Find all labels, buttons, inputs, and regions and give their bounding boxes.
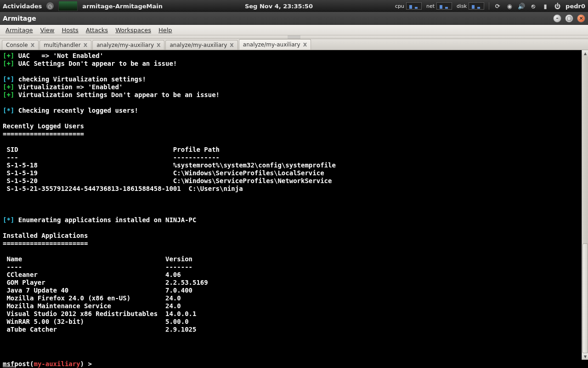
tab-close-icon[interactable]: X: [303, 42, 307, 48]
tab-label: analyze/my-auxiliary: [96, 42, 154, 48]
prompt-post-open: post(: [14, 360, 34, 368]
tab-auxiliary-3[interactable]: analyze/my-auxiliary X: [239, 39, 311, 50]
menu-help[interactable]: Help: [155, 26, 176, 34]
window-titlebar[interactable]: Armitage – ▢ ×: [0, 12, 588, 25]
scrollbar[interactable]: ▲ ▼: [582, 50, 588, 360]
menu-hosts[interactable]: Hosts: [58, 26, 82, 34]
tab-auxiliary-2[interactable]: analyze/my-auxiliary X: [165, 40, 237, 50]
tab-label: multi/handler: [44, 42, 81, 48]
cpu-meter[interactable]: cpu: [395, 2, 422, 10]
task-title[interactable]: armitage-ArmitageMain: [82, 3, 163, 10]
menu-view[interactable]: View: [37, 26, 58, 34]
console-output[interactable]: [+] UAC => 'Not Enabled'[+] UAC Settings…: [0, 50, 588, 360]
split-sash[interactable]: [0, 35, 588, 39]
prompt-msf: msf: [3, 360, 14, 368]
console-prompt[interactable]: msf post(my-auxiliary) >: [0, 360, 582, 368]
tab-label: Console: [6, 42, 28, 48]
task-thumbnail[interactable]: [58, 1, 78, 11]
net-meter[interactable]: net: [426, 2, 452, 10]
tab-console[interactable]: Console X: [2, 40, 39, 50]
gnome-topbar: Actividades armitage-ArmitageMain Seg No…: [0, 0, 588, 12]
battery-icon[interactable]: ▮: [542, 2, 549, 10]
prompt-module: my-auxiliary: [34, 360, 80, 368]
user-menu[interactable]: pedr0: [565, 3, 585, 10]
close-button[interactable]: ×: [577, 14, 585, 23]
menubar: Armitage View Hosts Attacks Workspaces H…: [0, 25, 588, 35]
window-title: Armitage: [3, 15, 36, 22]
minimize-button[interactable]: –: [553, 14, 561, 23]
updates-icon[interactable]: ⟳: [494, 2, 501, 10]
menu-attacks[interactable]: Attacks: [82, 26, 112, 34]
tab-multi-handler[interactable]: multi/handler X: [40, 40, 91, 50]
tab-close-icon[interactable]: X: [31, 42, 34, 48]
ubuntu-icon[interactable]: [46, 2, 54, 10]
tab-label: analyze/my-auxiliary: [170, 42, 227, 48]
tab-auxiliary-1[interactable]: analyze/my-auxiliary X: [92, 40, 164, 50]
tab-label: analyze/my-auxiliary: [243, 41, 300, 48]
prompt-post-close: ) >: [80, 360, 92, 368]
power-icon[interactable]: ⏻: [554, 2, 561, 10]
disk-meter[interactable]: disk: [457, 2, 484, 10]
tab-close-icon[interactable]: X: [157, 42, 160, 48]
menu-workspaces[interactable]: Workspaces: [112, 26, 155, 34]
menu-armitage[interactable]: Armitage: [2, 26, 37, 34]
topbar-clock[interactable]: Seg Nov 4, 23:35:50: [167, 3, 390, 10]
tab-close-icon[interactable]: X: [84, 42, 87, 48]
scroll-down-icon[interactable]: ▼: [582, 353, 588, 360]
wifi-icon[interactable]: ⎋: [530, 2, 537, 10]
tabstrip: Console X multi/handler X analyze/my-aux…: [0, 39, 588, 50]
tab-close-icon[interactable]: X: [230, 42, 233, 48]
volume-icon[interactable]: 🔊: [518, 2, 525, 10]
scroll-up-icon[interactable]: ▲: [582, 50, 588, 57]
activities-button[interactable]: Actividades: [3, 3, 42, 10]
maximize-button[interactable]: ▢: [565, 14, 573, 23]
accessibility-icon[interactable]: ◉: [506, 2, 513, 10]
scrollbar-thumb[interactable]: [582, 243, 588, 353]
